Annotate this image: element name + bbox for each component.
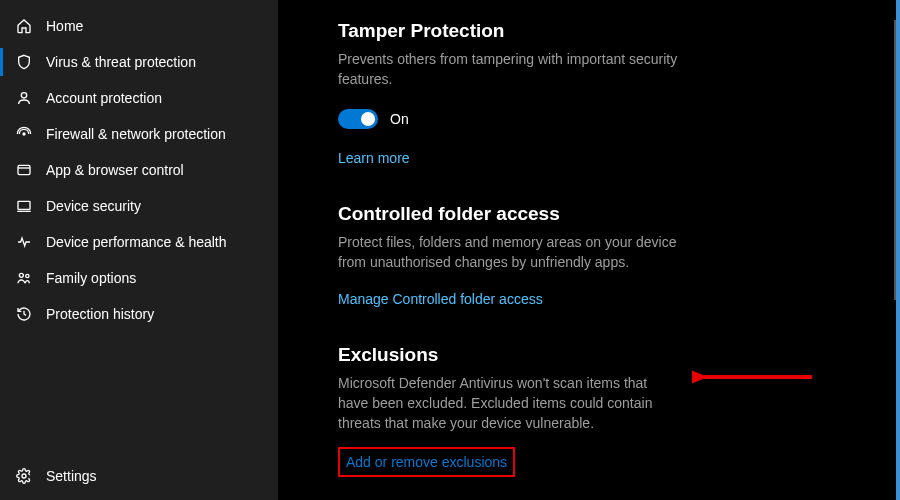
svg-rect-4 (18, 201, 30, 209)
sidebar-item-label: Protection history (46, 306, 154, 322)
sidebar-item-performance[interactable]: Device performance & health (0, 224, 278, 260)
tamper-toggle[interactable] (338, 109, 378, 129)
sidebar-item-label: Device performance & health (46, 234, 227, 250)
sidebar-item-settings[interactable]: Settings (0, 458, 278, 494)
sidebar-item-firewall[interactable]: Firewall & network protection (0, 116, 278, 152)
sidebar-item-app-browser[interactable]: App & browser control (0, 152, 278, 188)
account-icon (14, 88, 34, 108)
sidebar-item-home[interactable]: Home (0, 8, 278, 44)
excl-heading: Exclusions (338, 344, 840, 366)
excl-desc: Microsoft Defender Antivirus won't scan … (338, 374, 678, 433)
svg-point-6 (19, 273, 23, 277)
home-icon (14, 16, 34, 36)
svg-rect-2 (18, 165, 30, 174)
tamper-learn-more-link[interactable]: Learn more (338, 150, 410, 166)
firewall-icon (14, 124, 34, 144)
sidebar-item-label: Device security (46, 198, 141, 214)
family-icon (14, 268, 34, 288)
window-edge (896, 0, 900, 500)
shield-icon (14, 52, 34, 72)
sidebar-item-label: App & browser control (46, 162, 184, 178)
sidebar-item-label: Virus & threat protection (46, 54, 196, 70)
sidebar-item-label: Home (46, 18, 83, 34)
device-security-icon (14, 196, 34, 216)
gear-icon (14, 466, 34, 486)
tamper-heading: Tamper Protection (338, 20, 840, 42)
svg-point-8 (22, 474, 26, 478)
sidebar-item-label: Account protection (46, 90, 162, 106)
history-icon (14, 304, 34, 324)
sidebar: Home Virus & threat protection Account p… (0, 0, 278, 500)
sidebar-item-label: Family options (46, 270, 136, 286)
svg-point-7 (26, 274, 29, 277)
svg-point-1 (23, 133, 25, 135)
app-browser-icon (14, 160, 34, 180)
section-cfa: Controlled folder access Protect files, … (338, 203, 840, 308)
sidebar-item-device-security[interactable]: Device security (0, 188, 278, 224)
sidebar-item-label: Settings (46, 468, 97, 484)
heartbeat-icon (14, 232, 34, 252)
sidebar-item-virus-threat[interactable]: Virus & threat protection (0, 44, 278, 80)
cfa-manage-link[interactable]: Manage Controlled folder access (338, 291, 543, 307)
tamper-desc: Prevents others from tampering with impo… (338, 50, 678, 89)
cfa-desc: Protect files, folders and memory areas … (338, 233, 678, 272)
main-panel: Tamper Protection Prevents others from t… (278, 0, 900, 500)
svg-point-0 (21, 93, 26, 98)
sidebar-item-label: Firewall & network protection (46, 126, 226, 142)
section-tamper: Tamper Protection Prevents others from t… (338, 20, 840, 167)
sidebar-item-account[interactable]: Account protection (0, 80, 278, 116)
cfa-heading: Controlled folder access (338, 203, 840, 225)
excl-add-remove-link[interactable]: Add or remove exclusions (346, 454, 507, 470)
section-exclusions: Exclusions Microsoft Defender Antivirus … (338, 344, 840, 477)
sidebar-item-history[interactable]: Protection history (0, 296, 278, 332)
sidebar-item-family[interactable]: Family options (0, 260, 278, 296)
tamper-toggle-label: On (390, 111, 409, 127)
annotation-highlight: Add or remove exclusions (338, 447, 515, 477)
